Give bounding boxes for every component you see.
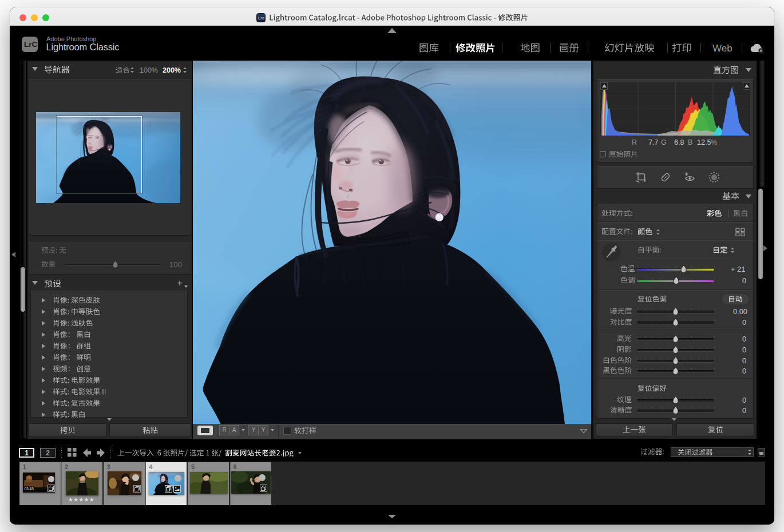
svg-text:03:45: 03:45 xyxy=(25,487,34,491)
